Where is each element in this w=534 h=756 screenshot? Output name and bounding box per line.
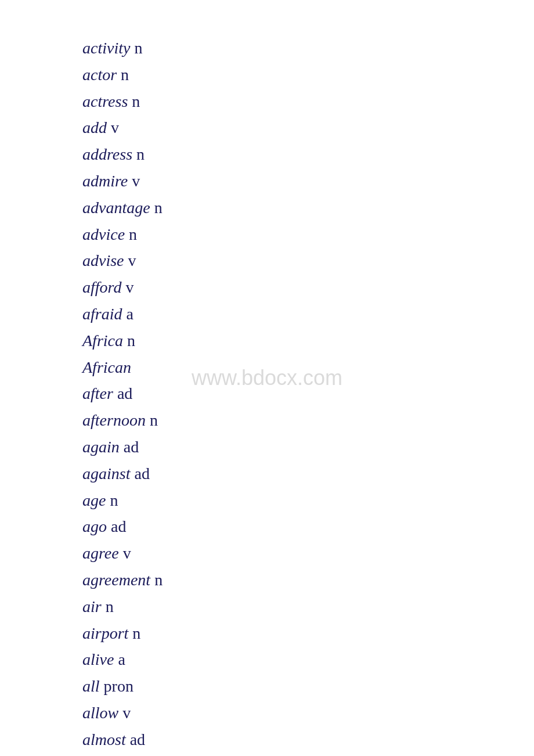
word-pos: n: [123, 332, 135, 350]
list-item: admire v: [82, 168, 534, 195]
word-pos: n: [128, 624, 140, 642]
word-pos: pron: [100, 677, 134, 695]
word-pos: ad: [130, 465, 149, 483]
word-text: actor: [82, 66, 117, 84]
word-text: activity: [82, 39, 130, 57]
list-item: activity n: [82, 35, 534, 62]
word-pos: n: [150, 199, 163, 217]
word-pos: a: [114, 650, 125, 668]
word-pos: v: [128, 172, 140, 190]
word-text: alive: [82, 650, 114, 668]
word-text: almost: [82, 730, 126, 748]
list-item: age n: [82, 487, 534, 514]
list-item: actress n: [82, 88, 534, 115]
list-item: agreement n: [82, 567, 534, 593]
word-pos: n: [106, 491, 118, 509]
list-item: actor n: [82, 62, 534, 88]
word-text: agree: [82, 544, 119, 562]
list-item: against ad: [82, 460, 534, 487]
list-item: allow v: [82, 700, 534, 726]
word-pos: v: [124, 251, 136, 269]
word-text: address: [82, 145, 132, 163]
word-text: afternoon: [82, 411, 146, 429]
word-text: age: [82, 491, 106, 509]
list-item: afraid a: [82, 301, 534, 327]
list-item: air n: [82, 593, 534, 620]
word-pos: v: [118, 704, 131, 722]
list-item: all pron: [82, 673, 534, 700]
word-pos: ad: [113, 384, 132, 402]
word-pos: a: [122, 305, 133, 323]
word-text: against: [82, 465, 130, 483]
word-text: all: [82, 677, 100, 695]
list-item: ago ad: [82, 513, 534, 540]
word-text: Africa: [82, 332, 123, 350]
word-text: after: [82, 384, 113, 402]
list-item: agree v: [82, 540, 534, 567]
word-text: ago: [82, 517, 107, 535]
word-text: afraid: [82, 305, 122, 323]
word-pos: v: [121, 278, 134, 296]
word-pos: n: [150, 571, 163, 589]
list-item: alive a: [82, 646, 534, 673]
word-text: air: [82, 597, 102, 615]
list-item: alone a: [82, 753, 534, 756]
list-item: African: [82, 354, 534, 381]
list-item: advise v: [82, 247, 534, 274]
word-text: advice: [82, 225, 125, 243]
word-text: actress: [82, 92, 128, 110]
word-pos: n: [146, 411, 158, 429]
list-item: almost ad: [82, 726, 534, 753]
word-pos: v: [119, 544, 131, 562]
word-pos: ad: [126, 730, 145, 748]
word-pos: ad: [120, 438, 139, 456]
word-pos: v: [107, 118, 119, 136]
word-pos: n: [125, 225, 137, 243]
list-item: afternoon n: [82, 407, 534, 434]
list-item: address n: [82, 141, 534, 168]
word-text: advantage: [82, 199, 150, 217]
word-pos: ad: [107, 517, 126, 535]
list-item: advice n: [82, 221, 534, 248]
word-text: advise: [82, 251, 124, 269]
list-item: advantage n: [82, 195, 534, 221]
word-text: again: [82, 438, 120, 456]
list-item: airport n: [82, 620, 534, 647]
word-list: activity nactor nactress nadd vaddress n…: [0, 0, 534, 756]
word-pos: n: [132, 145, 145, 163]
word-text: African: [82, 358, 131, 376]
list-item: add v: [82, 114, 534, 141]
word-text: airport: [82, 624, 128, 642]
word-pos: n: [117, 66, 129, 84]
word-text: add: [82, 118, 107, 136]
word-text: afford: [82, 278, 121, 296]
word-text: allow: [82, 704, 118, 722]
word-text: agreement: [82, 571, 150, 589]
word-pos: n: [130, 39, 142, 57]
list-item: Africa n: [82, 327, 534, 354]
list-item: afford v: [82, 274, 534, 301]
word-text: admire: [82, 172, 128, 190]
word-pos: n: [128, 92, 140, 110]
list-item: after ad: [82, 380, 534, 407]
list-item: again ad: [82, 434, 534, 460]
word-pos: n: [102, 597, 114, 615]
